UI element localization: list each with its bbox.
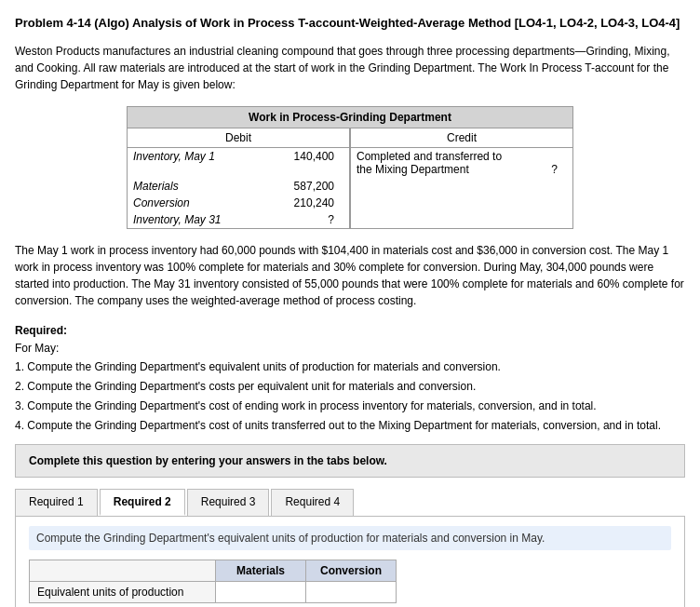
credit-cell-4 (350, 211, 573, 229)
conversion-input[interactable] (314, 586, 388, 599)
tab-required-4[interactable]: Required 4 (271, 489, 354, 516)
t-account-table: Debit Credit Inventory, May 1 140,400 Co… (127, 128, 573, 229)
tab-content: Compute the Grinding Department's equiva… (15, 516, 685, 607)
debit-amount-1: 140,400 (294, 150, 343, 163)
t-account: Work in Process-Grinding Department Debi… (127, 106, 573, 229)
tab-content-description: Compute the Grinding Department's equiva… (29, 526, 671, 550)
problem-title: Problem 4-14 (Algo) Analysis of Work in … (15, 15, 685, 32)
col-header-empty (30, 560, 216, 582)
credit-cell-1: Completed and transferred tothe Mixing D… (350, 148, 573, 179)
credit-cell-2 (350, 178, 573, 195)
credit-cell-3 (350, 195, 573, 211)
table-row: Equivalent units of production (30, 582, 397, 603)
debit-label-3: Conversion (133, 196, 190, 209)
debit-cell-4: Inventory, May 31 ? (128, 211, 351, 229)
input-table: Materials Conversion Equivalent units of… (29, 560, 397, 603)
table-row: Materials 587,200 (128, 178, 573, 195)
credit-label-1: Completed and transferred tothe Mixing D… (357, 150, 502, 176)
col-header-conversion: Conversion (306, 560, 397, 582)
required-section: Required: For May: 1. Compute the Grindi… (15, 322, 685, 435)
debit-label-4: Inventory, May 31 (133, 213, 222, 226)
t-account-title: Work in Process-Grinding Department (127, 106, 573, 128)
debit-label-2: Materials (133, 180, 179, 193)
credit-header: Credit (350, 128, 573, 148)
credit-amount-1: ? (551, 163, 567, 176)
debit-cell-1: Inventory, May 1 140,400 (128, 148, 351, 179)
required-title: Required: (15, 324, 67, 337)
debit-amount-2: 587,200 (294, 180, 343, 193)
debit-amount-3: 210,240 (294, 196, 343, 209)
required-item-1: 1. Compute the Grinding Department's equ… (15, 358, 685, 376)
debit-cell-2: Materials 587,200 (128, 178, 351, 195)
conversion-input-cell[interactable] (306, 582, 397, 603)
debit-amount-4: ? (328, 213, 343, 226)
materials-input-cell[interactable] (216, 582, 306, 603)
tab-required-2[interactable]: Required 2 (100, 489, 185, 516)
col-header-materials: Materials (216, 560, 306, 582)
required-item-4: 4. Compute the Grinding Department's cos… (15, 417, 685, 435)
row-label: Equivalent units of production (30, 582, 216, 603)
required-item-3: 3. Compute the Grinding Department's cos… (15, 398, 685, 415)
debit-header: Debit (128, 128, 351, 148)
problem-description: Weston Products manufactures an industri… (15, 43, 685, 93)
complete-box: Complete this question by entering your … (15, 444, 685, 478)
tabs-row: Required 1 Required 2 Required 3 Require… (15, 489, 685, 516)
required-subtitle: For May: (15, 342, 59, 355)
analysis-text: The May 1 work in process inventory had … (15, 242, 685, 309)
table-row: Inventory, May 1 140,400 Completed and t… (128, 148, 573, 179)
tab-required-3[interactable]: Required 3 (187, 489, 270, 516)
debit-cell-3: Conversion 210,240 (128, 195, 351, 211)
required-item-2: 2. Compute the Grinding Department's cos… (15, 378, 685, 396)
tab-required-1[interactable]: Required 1 (15, 489, 98, 516)
debit-label-1: Inventory, May 1 (133, 150, 215, 163)
table-row: Inventory, May 31 ? (128, 211, 573, 229)
materials-input[interactable] (223, 586, 298, 599)
table-row: Conversion 210,240 (128, 195, 573, 211)
